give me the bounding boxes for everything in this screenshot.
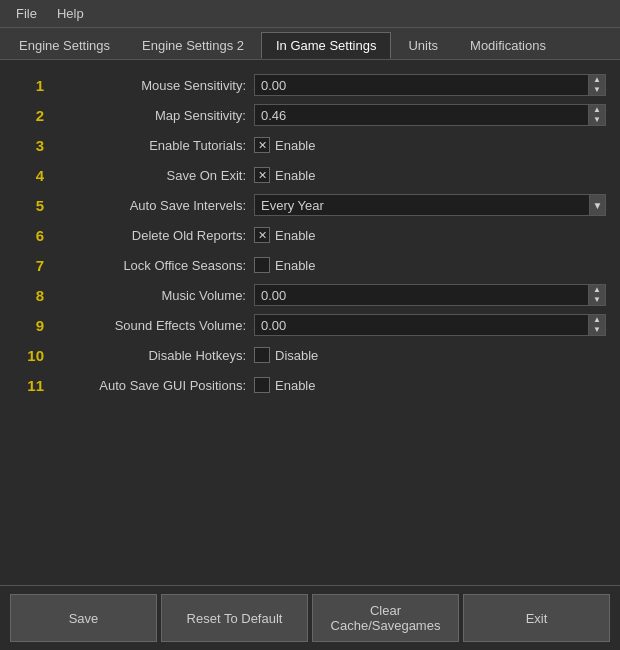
tab-units[interactable]: Units	[393, 32, 453, 59]
row-number: 7	[14, 257, 54, 274]
table-row: 2 Map Sensitivity: ▲ ▼	[14, 100, 606, 130]
checkbox-label: Enable	[275, 378, 315, 393]
row-label: Save On Exit:	[54, 168, 254, 183]
row-control: Enable	[254, 137, 606, 153]
row-label: Sound Effects Volume:	[54, 318, 254, 333]
table-row: 3 Enable Tutorials: Enable	[14, 130, 606, 160]
footer: Save Reset To Default Clear Cache/Savega…	[0, 585, 620, 650]
row-number: 10	[14, 347, 54, 364]
row-number: 4	[14, 167, 54, 184]
table-row: 8 Music Volume: ▲ ▼	[14, 280, 606, 310]
table-row: 7 Lock Office Seasons: Enable	[14, 250, 606, 280]
tab-modifications[interactable]: Modifications	[455, 32, 561, 59]
spin-up[interactable]: ▲	[589, 75, 605, 85]
row-number: 8	[14, 287, 54, 304]
row-control: ▲ ▼	[254, 74, 606, 96]
checkbox-label: Enable	[275, 258, 315, 273]
save-on-exit-checkbox[interactable]	[254, 167, 270, 183]
row-control: Enable	[254, 167, 606, 183]
row-number: 2	[14, 107, 54, 124]
row-control: ▲ ▼	[254, 104, 606, 126]
music-volume-input[interactable]	[254, 284, 589, 306]
lock-office-seasons-checkbox[interactable]	[254, 257, 270, 273]
spin-down[interactable]: ▼	[589, 115, 605, 125]
row-label: Music Volume:	[54, 288, 254, 303]
disable-hotkeys-checkbox[interactable]	[254, 347, 270, 363]
row-label: Map Sensitivity:	[54, 108, 254, 123]
row-label: Mouse Sensitivity:	[54, 78, 254, 93]
tab-engine-settings-2[interactable]: Engine Settings 2	[127, 32, 259, 59]
checkbox-label: Enable	[275, 138, 315, 153]
row-number: 3	[14, 137, 54, 154]
row-control: Enable	[254, 257, 606, 273]
tab-engine-settings[interactable]: Engine Settings	[4, 32, 125, 59]
row-label: Disable Hotkeys:	[54, 348, 254, 363]
settings-table: 1 Mouse Sensitivity: ▲ ▼ 2 Map Sensitivi…	[14, 70, 606, 400]
row-label: Enable Tutorials:	[54, 138, 254, 153]
table-row: 9 Sound Effects Volume: ▲ ▼	[14, 310, 606, 340]
table-row: 11 Auto Save GUI Positions: Enable	[14, 370, 606, 400]
main-content: 1 Mouse Sensitivity: ▲ ▼ 2 Map Sensitivi…	[0, 60, 620, 585]
mouse-sensitivity-input[interactable]	[254, 74, 589, 96]
auto-save-dropdown[interactable]: Every Year Every Month Every Week Every …	[254, 194, 590, 216]
clear-button[interactable]: Clear Cache/Savegames	[312, 594, 459, 642]
tabs-bar: Engine Settings Engine Settings 2 In Gam…	[0, 28, 620, 60]
table-row: 4 Save On Exit: Enable	[14, 160, 606, 190]
row-label: Delete Old Reports:	[54, 228, 254, 243]
row-number: 11	[14, 377, 54, 394]
row-control: Disable	[254, 347, 606, 363]
menu-help[interactable]: Help	[47, 2, 94, 25]
spin-down[interactable]: ▼	[589, 325, 605, 335]
menubar: File Help	[0, 0, 620, 28]
row-control: Every Year Every Month Every Week Every …	[254, 194, 606, 216]
spin-up[interactable]: ▲	[589, 285, 605, 295]
checkbox-label: Enable	[275, 168, 315, 183]
row-number: 5	[14, 197, 54, 214]
spin-down[interactable]: ▼	[589, 85, 605, 95]
table-row: 1 Mouse Sensitivity: ▲ ▼	[14, 70, 606, 100]
spin-up[interactable]: ▲	[589, 105, 605, 115]
table-row: 6 Delete Old Reports: Enable	[14, 220, 606, 250]
exit-button[interactable]: Exit	[463, 594, 610, 642]
spin-up[interactable]: ▲	[589, 315, 605, 325]
row-number: 1	[14, 77, 54, 94]
map-sensitivity-input[interactable]	[254, 104, 589, 126]
checkbox-label: Enable	[275, 228, 315, 243]
row-label: Lock Office Seasons:	[54, 258, 254, 273]
delete-old-reports-checkbox[interactable]	[254, 227, 270, 243]
tab-in-game-settings[interactable]: In Game Settings	[261, 32, 391, 59]
auto-save-gui-checkbox[interactable]	[254, 377, 270, 393]
menu-file[interactable]: File	[6, 2, 47, 25]
row-label: Auto Save Intervels:	[54, 198, 254, 213]
table-row: 5 Auto Save Intervels: Every Year Every …	[14, 190, 606, 220]
row-label: Auto Save GUI Positions:	[54, 378, 254, 393]
reset-button[interactable]: Reset To Default	[161, 594, 308, 642]
row-control: Enable	[254, 227, 606, 243]
sound-effects-volume-input[interactable]	[254, 314, 589, 336]
row-control: ▲ ▼	[254, 314, 606, 336]
row-control: ▲ ▼	[254, 284, 606, 306]
row-number: 9	[14, 317, 54, 334]
save-button[interactable]: Save	[10, 594, 157, 642]
dropdown-arrow-icon: ▼	[590, 194, 606, 216]
row-number: 6	[14, 227, 54, 244]
table-row: 10 Disable Hotkeys: Disable	[14, 340, 606, 370]
spin-down[interactable]: ▼	[589, 295, 605, 305]
checkbox-label: Disable	[275, 348, 318, 363]
row-control: Enable	[254, 377, 606, 393]
enable-tutorials-checkbox[interactable]	[254, 137, 270, 153]
